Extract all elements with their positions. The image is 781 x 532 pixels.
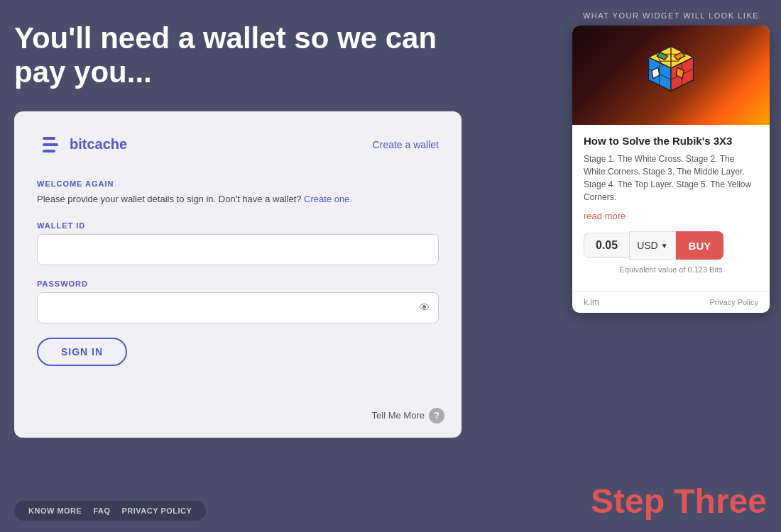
tell-me-more-text: Tell Me More: [372, 410, 425, 421]
sign-in-button[interactable]: SIGN IN: [37, 338, 127, 366]
widget-card: How to Solve the Rubik's 3X3 Stage 1. Th…: [572, 26, 770, 313]
bitcache-card: bitcache Create a wallet WELCOME AGAIN P…: [14, 111, 462, 438]
bitcache-logo: bitcache: [37, 131, 127, 158]
svg-rect-1: [43, 137, 55, 140]
currency-select[interactable]: USD ▼: [629, 231, 675, 260]
footer-links: KNOW MORE FAQ PRIVACY POLICY: [14, 501, 206, 521]
sign-in-row: SIGN IN: [37, 338, 439, 366]
chevron-down-icon: ▼: [661, 242, 668, 250]
svg-rect-3: [43, 150, 55, 153]
password-label: PASSWORD: [37, 279, 439, 288]
read-more-link[interactable]: read more: [584, 211, 758, 221]
tell-me-more: Tell Me More ?: [372, 408, 444, 423]
widget-image: [572, 26, 770, 125]
right-section: WHAT YOUR WIDGET WILL LOOK LIKE: [561, 0, 781, 532]
password-wrapper: 👁: [37, 292, 439, 323]
create-one-link[interactable]: Create one.: [304, 194, 352, 204]
main-heading: You'll need a wallet so we can pay you..…: [14, 21, 469, 90]
sign-in-desc: Please provide your wallet details to si…: [37, 194, 439, 204]
buy-row: 0.05 USD ▼ BUY: [584, 231, 758, 260]
widget-title: How to Solve the Rubik's 3X3: [584, 135, 758, 147]
password-input[interactable]: [37, 292, 439, 323]
rubiks-cube-graphic: [639, 43, 703, 107]
equivalent-text: Equivalent value of 0.123 Bits: [584, 265, 758, 274]
widget-footer: k.im Privacy Policy: [572, 291, 770, 313]
welcome-label: WELCOME AGAIN: [37, 179, 439, 188]
widget-privacy-policy[interactable]: Privacy Policy: [710, 298, 758, 306]
wallet-id-input[interactable]: [37, 234, 439, 265]
buy-button[interactable]: BUY: [676, 231, 724, 260]
footer-bar: KNOW MORE FAQ PRIVACY POLICY: [0, 489, 540, 532]
svg-rect-2: [43, 143, 58, 146]
privacy-policy-link[interactable]: PRIVACY POLICY: [122, 506, 192, 515]
bitcache-logo-text: bitcache: [70, 136, 127, 153]
know-more-link[interactable]: KNOW MORE: [28, 506, 82, 515]
widget-content: How to Solve the Rubik's 3X3 Stage 1. Th…: [572, 125, 770, 291]
faq-link[interactable]: FAQ: [93, 506, 110, 515]
card-header: bitcache Create a wallet: [37, 131, 439, 158]
bitcache-logo-icon: [37, 131, 64, 158]
create-wallet-link[interactable]: Create a wallet: [373, 139, 439, 150]
help-icon[interactable]: ?: [429, 408, 444, 423]
price-display: 0.05: [584, 233, 629, 258]
left-section: You'll need a wallet so we can pay you..…: [0, 0, 540, 532]
currency-value: USD: [637, 240, 658, 251]
eye-icon[interactable]: 👁: [419, 301, 430, 314]
widget-desc: Stage 1. The White Cross. Stage 2. The W…: [584, 153, 758, 204]
wallet-id-label: WALLET ID: [37, 221, 439, 230]
widget-brand: k.im: [584, 297, 599, 307]
widget-preview-label: WHAT YOUR WIDGET WILL LOOK LIKE: [572, 11, 770, 20]
